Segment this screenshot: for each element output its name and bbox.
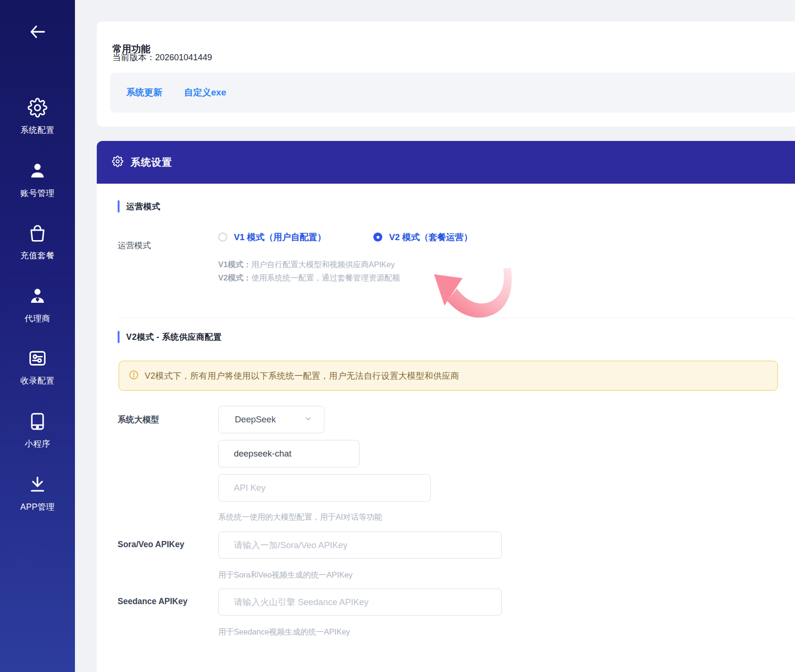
radio-circle-icon [218,233,227,242]
section-divider [118,317,795,318]
sidebar-item-system-config[interactable]: 系统配置 [0,98,75,136]
sora-help-text: 用于Sora和Veo视频生成的统一APIKey [218,570,352,580]
model-api-key-input[interactable] [218,474,431,502]
radio-v2-mode[interactable]: V2 模式（套餐运营） [373,231,472,243]
sidebar-item-label: 系统配置 [0,124,75,136]
settings-card-header: 系统设置 [97,141,795,184]
version-value: 202601041449 [155,53,212,62]
model-provider-select[interactable]: DeepSeek [218,406,324,433]
sidebar-item-label: 收录配置 [0,375,75,386]
agent-user-icon [0,286,75,306]
v2-provider-section-heading: V2模式 - 系统供应商配置 [118,331,222,343]
version-label: 当前版本： [112,53,155,62]
quick-functions-card: 常用功能 当前版本：202601041449 系统更新 自定义exe [97,21,795,127]
sidebar-item-label: 账号管理 [0,187,75,199]
model-help-text: 系统统一使用的大模型配置，用于AI对话等功能 [218,512,382,523]
sidebar-item-recharge-packages[interactable]: 充值套餐 [0,223,75,261]
section-accent-bar [118,331,120,343]
system-model-label: 系统大模型 [118,414,159,425]
sidebar-item-app-management[interactable]: APP管理 [0,475,75,513]
chevron-down-icon [304,414,313,425]
current-version: 当前版本：202601041449 [112,52,212,63]
back-button[interactable] [0,21,75,45]
settings-card-title: 系统设置 [130,156,172,169]
quick-actions-panel: 系统更新 自定义exe [110,73,795,112]
operation-mode-field-label: 运营模式 [118,240,151,251]
v2-mode-description: V2模式：使用系统统一配置，通过套餐管理资源配额 [218,273,400,283]
user-icon [0,161,75,181]
operation-mode-radio-group: V1 模式（用户自配置） V2 模式（套餐运营） [218,231,472,243]
sliders-icon [0,348,75,368]
gear-icon [112,156,123,169]
sidebar-item-agents[interactable]: 代理商 [0,286,75,324]
v1-mode-description: V1模式：用户自行配置大模型和视频供应商APIKey [218,260,395,270]
gear-icon [0,98,75,118]
sidebar-item-label: 小程序 [0,438,75,449]
sidebar-item-mini-program[interactable]: 小程序 [0,411,75,449]
radio-v1-mode[interactable]: V1 模式（用户自配置） [218,231,326,243]
sora-veo-label: Sora/Veo APIKey [118,540,184,550]
warning-exclamation-icon [129,370,139,382]
warning-text: V2模式下，所有用户将使用以下系统统一配置，用户无法自行设置大模型和供应商 [145,370,459,382]
sidebar-item-label: 代理商 [0,313,75,324]
shopping-bag-icon [0,223,75,243]
pink-arrow-annotation [428,255,516,336]
operation-mode-section-heading: 运营模式 [118,200,160,213]
seedance-label: Seedance APIKey [118,597,187,607]
system-update-link[interactable]: 系统更新 [126,86,162,99]
model-name-input[interactable] [218,440,360,467]
sidebar: 系统配置 账号管理 充值套餐 代理商 [0,0,75,672]
back-arrow-icon [27,36,48,44]
custom-exe-link[interactable]: 自定义exe [184,86,226,99]
sidebar-item-account-management[interactable]: 账号管理 [0,161,75,199]
download-icon [0,475,75,495]
mini-program-icon [0,411,75,431]
sora-veo-api-key-input[interactable] [218,532,502,559]
sidebar-item-indexing-config[interactable]: 收录配置 [0,348,75,386]
seedance-api-key-input[interactable] [218,588,502,616]
radio-circle-icon [373,233,382,242]
system-settings-card: 系统设置 运营模式 运营模式 V1 模式（用户自配置） V2 模式（套餐运营） … [97,141,795,672]
sidebar-item-label: 充值套餐 [0,250,75,261]
section-accent-bar [118,200,120,213]
seedance-help-text: 用于Seedance视频生成的统一APIKey [218,627,350,637]
sidebar-item-label: APP管理 [0,501,75,513]
v2-warning-alert: V2模式下，所有用户将使用以下系统统一配置，用户无法自行设置大模型和供应商 [119,361,778,391]
